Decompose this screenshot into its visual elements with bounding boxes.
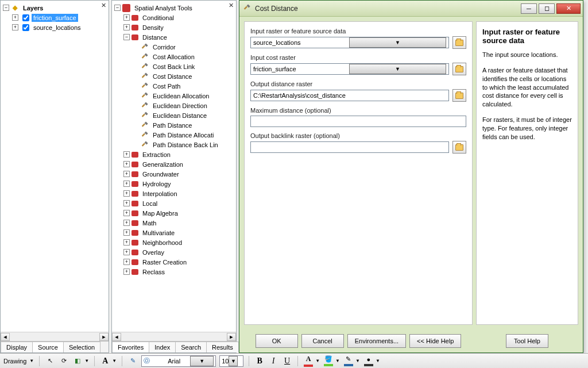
expand-icon[interactable]: + xyxy=(12,14,18,21)
minimize-button[interactable]: ─ xyxy=(521,3,537,14)
collapse-icon[interactable]: − xyxy=(3,5,9,11)
text-tool-icon[interactable]: A xyxy=(100,356,110,366)
chevron-down-icon[interactable]: ▼ xyxy=(29,358,34,363)
scroll-left-icon[interactable]: ◄ xyxy=(1,333,10,341)
toolbox-tab-results[interactable]: Results xyxy=(206,342,239,352)
scroll-right-icon[interactable]: ► xyxy=(227,333,236,341)
toolset-label[interactable]: Raster Creation xyxy=(141,258,188,266)
input-cost-combo[interactable]: friction_surface ▼ xyxy=(250,63,449,75)
expand-icon[interactable]: + xyxy=(123,259,130,265)
expand-icon[interactable]: + xyxy=(123,269,130,275)
toolbox-tab-search[interactable]: Search xyxy=(175,342,207,352)
marker-color-button[interactable]: ● xyxy=(363,356,374,366)
hide-help-button[interactable]: << Hide Help xyxy=(409,334,461,348)
tool-label[interactable]: Corridor xyxy=(151,43,177,51)
input-source-combo[interactable]: source_locations ▼ xyxy=(250,37,449,48)
environments-button[interactable]: Environments... xyxy=(347,334,406,348)
toolset-label[interactable]: Hydrology xyxy=(141,180,173,188)
toolset-label[interactable]: Neighborhood xyxy=(141,239,184,247)
line-color-button[interactable]: ✎ xyxy=(343,356,354,366)
tool-label[interactable]: Cost Back Link xyxy=(151,63,196,71)
close-button[interactable]: ✕ xyxy=(556,3,581,14)
chevron-down-icon[interactable]: ▼ xyxy=(349,37,446,48)
toolset-label[interactable]: Conditional xyxy=(141,14,176,22)
maximize-button[interactable]: ◻ xyxy=(539,3,555,14)
chevron-down-icon[interactable]: ▼ xyxy=(112,358,117,363)
toolset-label[interactable]: Distance xyxy=(141,33,169,41)
browse-button[interactable] xyxy=(452,89,466,102)
tool-label[interactable]: Euclidean Allocation xyxy=(151,92,211,100)
chevron-down-icon[interactable]: ▼ xyxy=(190,356,214,366)
scroll-right-icon[interactable]: ► xyxy=(99,333,109,341)
dialog-titlebar[interactable]: Cost Distance ─ ◻ ✕ xyxy=(239,1,583,17)
layer-label[interactable]: source_locations xyxy=(32,24,83,32)
pointer-tool-icon[interactable]: ↖ xyxy=(45,356,55,366)
toc-tab-source[interactable]: Source xyxy=(32,342,64,352)
italic-button[interactable]: I xyxy=(268,356,278,366)
toc-tab-display[interactable]: Display xyxy=(1,342,33,352)
expand-icon[interactable]: + xyxy=(123,151,130,158)
max-distance-input[interactable] xyxy=(250,116,466,127)
tool-label[interactable]: Cost Allocation xyxy=(151,53,196,61)
toolbox-root-label[interactable]: Spatial Analyst Tools xyxy=(133,4,194,12)
expand-icon[interactable]: + xyxy=(123,190,130,197)
toolset-label[interactable]: Reclass xyxy=(141,268,167,276)
backlink-input[interactable] xyxy=(250,141,449,153)
expand-icon[interactable]: + xyxy=(123,200,130,206)
toolset-label[interactable]: Generalization xyxy=(141,160,185,168)
tool-label[interactable]: Cost Path xyxy=(151,82,182,90)
chevron-down-icon[interactable]: ▼ xyxy=(376,358,380,363)
toolset-label[interactable]: Map Algebra xyxy=(141,209,180,217)
collapse-icon[interactable]: − xyxy=(114,5,121,11)
layer-label[interactable]: friction_surface xyxy=(32,14,78,22)
browse-button[interactable] xyxy=(452,141,466,154)
expand-icon[interactable]: + xyxy=(123,229,130,236)
close-icon[interactable]: ✕ xyxy=(229,2,234,9)
browse-button[interactable] xyxy=(452,36,466,49)
font-size-combo[interactable]: 10 ▼ xyxy=(219,355,243,367)
toolbox-tab-index[interactable]: Index xyxy=(149,342,176,352)
rotate-tool-icon[interactable]: ⟳ xyxy=(59,356,69,366)
output-distance-input[interactable] xyxy=(250,90,449,101)
chevron-down-icon[interactable]: ▼ xyxy=(315,358,320,363)
toc-tab-selection[interactable]: Selection xyxy=(63,342,100,352)
toc-scrollbar[interactable]: ◄ ► xyxy=(1,332,109,341)
chevron-down-icon[interactable]: ▼ xyxy=(349,64,446,74)
layer-checkbox[interactable] xyxy=(22,24,29,31)
toolset-label[interactable]: Multivariate xyxy=(141,229,176,237)
tool-label[interactable]: Euclidean Direction xyxy=(151,102,209,110)
tool-help-button[interactable]: Tool Help xyxy=(506,334,548,348)
toolset-label[interactable]: Interpolation xyxy=(141,190,179,198)
expand-icon[interactable]: + xyxy=(123,210,130,216)
toolset-label[interactable]: Density xyxy=(141,24,165,32)
scroll-left-icon[interactable]: ◄ xyxy=(112,333,121,341)
chevron-down-icon[interactable]: ▼ xyxy=(355,358,360,363)
expand-icon[interactable]: + xyxy=(12,24,18,30)
underline-button[interactable]: U xyxy=(282,356,292,366)
tool-label[interactable]: Euclidean Distance xyxy=(151,112,208,120)
close-icon[interactable]: ✕ xyxy=(101,2,106,9)
chevron-down-icon[interactable]: ▼ xyxy=(229,356,238,366)
toc-root-label[interactable]: Layers xyxy=(21,4,45,12)
expand-icon[interactable]: + xyxy=(123,239,130,246)
cancel-button[interactable]: Cancel xyxy=(301,334,344,348)
toolbox-scrollbar[interactable]: ◄ ► xyxy=(112,332,236,341)
expand-icon[interactable]: + xyxy=(123,14,130,21)
expand-icon[interactable]: + xyxy=(123,249,130,255)
expand-icon[interactable]: + xyxy=(123,24,130,30)
tool-label[interactable]: Path Distance Allocati xyxy=(151,131,215,139)
fill-color-button[interactable]: 🪣 xyxy=(323,356,334,366)
expand-icon[interactable]: + xyxy=(123,181,130,187)
collapse-icon[interactable]: − xyxy=(123,34,130,40)
browse-button[interactable] xyxy=(452,63,466,75)
expand-icon[interactable]: + xyxy=(123,220,130,226)
edit-vertices-icon[interactable]: ✎ xyxy=(127,356,138,366)
shape-tool-icon[interactable]: ◧ xyxy=(72,356,83,366)
toolset-label[interactable]: Overlay xyxy=(141,248,166,256)
tool-label[interactable]: Cost Distance xyxy=(151,72,194,80)
chevron-down-icon[interactable]: ▼ xyxy=(84,358,89,363)
toolset-label[interactable]: Local xyxy=(141,200,159,208)
toolset-label[interactable]: Extraction xyxy=(141,151,172,159)
ok-button[interactable]: OK xyxy=(256,334,298,348)
toolbox-tab-favorites[interactable]: Favorites xyxy=(112,342,149,352)
